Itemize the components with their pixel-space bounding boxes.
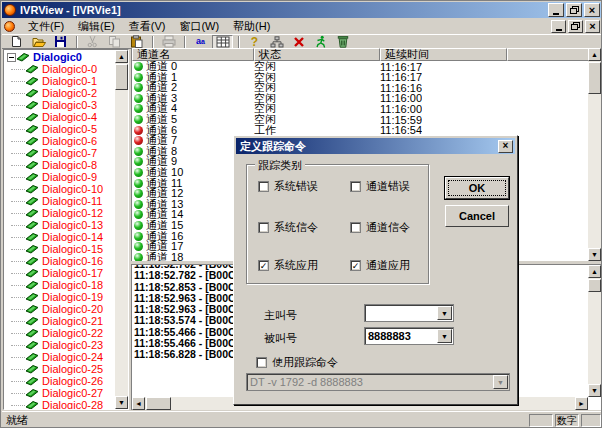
tree-item-dialogic0-5[interactable]: Dialogic0-5 <box>5 123 115 135</box>
tree-root-dialogic0[interactable]: Dialogic0 <box>5 51 115 63</box>
labels-icon[interactable]: aa <box>190 35 211 49</box>
checkbox-系统应用[interactable]: ✓系统应用 <box>258 258 318 273</box>
help-icon[interactable]: ? <box>244 35 265 49</box>
run-icon[interactable] <box>310 35 331 49</box>
use-trace-command-checkbox[interactable]: 使用跟踪命令 <box>256 355 338 370</box>
paste-icon[interactable] <box>126 35 147 49</box>
copy-icon[interactable] <box>104 35 125 49</box>
chevron-down-icon[interactable]: ▼ <box>437 306 452 320</box>
restore-button[interactable] <box>566 3 582 17</box>
tree-item-dialogic0-19[interactable]: Dialogic0-19 <box>5 291 115 303</box>
tree-item-dialogic0-15[interactable]: Dialogic0-15 <box>5 243 115 255</box>
minimize-button[interactable] <box>548 3 564 17</box>
tree-item-dialogic0-16[interactable]: Dialogic0-16 <box>5 255 115 267</box>
menu-item-2[interactable]: 查看(V) <box>122 18 173 35</box>
menu-item-3[interactable]: 窗口(W) <box>172 18 226 35</box>
scrollbar-thumb[interactable] <box>588 279 601 292</box>
tree-item-dialogic0-22[interactable]: Dialogic0-22 <box>5 327 115 339</box>
child-close-button[interactable]: × <box>585 20 600 33</box>
scroll-down-icon[interactable]: ▼ <box>115 396 128 409</box>
tree-item-dialogic0-9[interactable]: Dialogic0-9 <box>5 171 115 183</box>
scroll-up-icon[interactable]: ▲ <box>115 50 128 63</box>
delete-icon[interactable] <box>288 35 309 49</box>
tree-scrollbar[interactable]: ▲ ▼ <box>115 50 128 409</box>
checkbox-icon[interactable] <box>258 222 269 233</box>
tree-item-dialogic0-12[interactable]: Dialogic0-12 <box>5 207 115 219</box>
checkbox-label: 系统应用 <box>274 258 318 273</box>
scrollbar-thumb[interactable] <box>146 397 171 410</box>
log-vscrollbar[interactable]: ▲ ▼ <box>588 265 601 397</box>
scroll-up-icon[interactable]: ▲ <box>588 48 601 61</box>
checkbox-通道应用[interactable]: ✓通道应用 <box>350 258 410 273</box>
scroll-left-icon[interactable]: ◄ <box>132 397 145 410</box>
checkbox-通道信令[interactable]: 通道信令 <box>350 220 410 235</box>
tree-item-dialogic0-21[interactable]: Dialogic0-21 <box>5 315 115 327</box>
dialog-title-bar[interactable]: 定义跟踪命令 × <box>236 138 515 154</box>
tree-item-dialogic0-8[interactable]: Dialogic0-8 <box>5 159 115 171</box>
tree-item-dialogic0-24[interactable]: Dialogic0-24 <box>5 351 115 363</box>
cut-icon[interactable] <box>82 35 103 49</box>
menu-item-4[interactable]: 帮助(H) <box>226 18 277 35</box>
tree-item-dialogic0-17[interactable]: Dialogic0-17 <box>5 267 115 279</box>
new-icon[interactable] <box>6 35 27 49</box>
scroll-right-icon[interactable]: ► <box>575 397 588 410</box>
checkbox-icon[interactable] <box>258 181 269 192</box>
callee-number-combo[interactable]: 8888883 ▼ <box>364 327 454 345</box>
grid-icon[interactable] <box>212 35 233 49</box>
menu-item-1[interactable]: 编辑(E) <box>71 18 122 35</box>
tree-item-dialogic0-13[interactable]: Dialogic0-13 <box>5 219 115 231</box>
cancel-button[interactable]: Cancel <box>445 205 509 227</box>
chevron-down-icon[interactable]: ▼ <box>437 329 452 343</box>
tree-item-dialogic0-14[interactable]: Dialogic0-14 <box>5 231 115 243</box>
scroll-down-icon[interactable]: ▼ <box>588 384 601 397</box>
print-icon[interactable] <box>158 35 179 49</box>
menu-item-0[interactable]: 文件(F) <box>21 18 71 35</box>
checkbox-通道错误[interactable]: 通道错误 <box>350 179 410 194</box>
tree-item-dialogic0-4[interactable]: Dialogic0-4 <box>5 111 115 123</box>
tree-item-dialogic0-0[interactable]: Dialogic0-0 <box>5 63 115 75</box>
tree-item-dialogic0-28[interactable]: Dialogic0-28 <box>5 399 115 409</box>
column-header-状态[interactable]: 状态 <box>254 48 380 61</box>
save-icon[interactable] <box>50 35 71 49</box>
column-header-延续时间[interactable]: 延续时间 <box>380 48 507 61</box>
scroll-up-icon[interactable]: ▲ <box>588 265 601 278</box>
scrollbar-thumb[interactable] <box>588 62 601 94</box>
scroll-down-icon[interactable]: ▼ <box>588 248 601 261</box>
checkbox-icon[interactable] <box>350 222 361 233</box>
column-header-blank[interactable] <box>507 48 589 61</box>
tree-item-dialogic0-18[interactable]: Dialogic0-18 <box>5 279 115 291</box>
child-restore-button[interactable] <box>568 20 583 33</box>
dialog-close-button[interactable]: × <box>498 140 513 153</box>
tree-item-dialogic0-7[interactable]: Dialogic0-7 <box>5 147 115 159</box>
checkbox-系统错误[interactable]: 系统错误 <box>258 179 318 194</box>
tree-item-dialogic0-1[interactable]: Dialogic0-1 <box>5 75 115 87</box>
column-header-通道名[interactable]: 通道名 <box>132 48 254 61</box>
checkbox-icon[interactable] <box>256 357 267 368</box>
tree-item-dialogic0-11[interactable]: Dialogic0-11 <box>5 195 115 207</box>
tree-item-dialogic0-26[interactable]: Dialogic0-26 <box>5 375 115 387</box>
checkbox-icon[interactable]: ✓ <box>258 260 269 271</box>
network-icon[interactable] <box>266 35 287 49</box>
tree-item-dialogic0-27[interactable]: Dialogic0-27 <box>5 387 115 399</box>
tree-item-label: Dialogic0-21 <box>42 315 103 327</box>
checkbox-系统信令[interactable]: 系统信令 <box>258 220 318 235</box>
tree-item-label: Dialogic0-7 <box>42 147 97 159</box>
open-icon[interactable] <box>28 35 49 49</box>
checkbox-icon[interactable] <box>350 181 361 192</box>
collapse-icon[interactable] <box>7 53 16 62</box>
tree-item-dialogic0-2[interactable]: Dialogic0-2 <box>5 87 115 99</box>
tree-item-dialogic0-3[interactable]: Dialogic0-3 <box>5 99 115 111</box>
tree-item-dialogic0-20[interactable]: Dialogic0-20 <box>5 303 115 315</box>
checkbox-icon[interactable]: ✓ <box>350 260 361 271</box>
tree-item-dialogic0-23[interactable]: Dialogic0-23 <box>5 339 115 351</box>
caller-number-combo[interactable]: ▼ <box>364 304 454 322</box>
ok-button[interactable]: OK <box>445 177 509 199</box>
tree-item-dialogic0-10[interactable]: Dialogic0-10 <box>5 183 115 195</box>
child-minimize-button[interactable] <box>551 20 566 33</box>
close-button[interactable]: × <box>584 3 600 17</box>
scrollbar-thumb[interactable] <box>115 64 128 90</box>
tree-item-dialogic0-6[interactable]: Dialogic0-6 <box>5 135 115 147</box>
table-scrollbar[interactable]: ▲ ▼ <box>588 48 601 261</box>
recycle-icon[interactable] <box>332 35 353 49</box>
tree-item-dialogic0-25[interactable]: Dialogic0-25 <box>5 363 115 375</box>
